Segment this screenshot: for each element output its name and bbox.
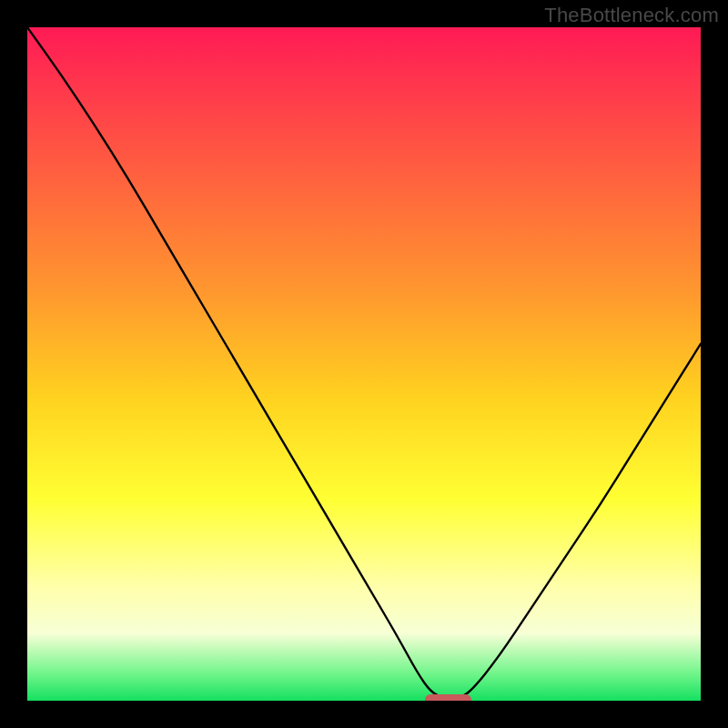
- min-marker: [425, 694, 472, 701]
- bottleneck-curve: [27, 27, 701, 699]
- watermark-text: TheBottleneck.com: [544, 4, 719, 27]
- plot-area: [27, 27, 701, 701]
- curve-layer: [27, 27, 701, 701]
- chart-stage: TheBottleneck.com: [0, 0, 728, 728]
